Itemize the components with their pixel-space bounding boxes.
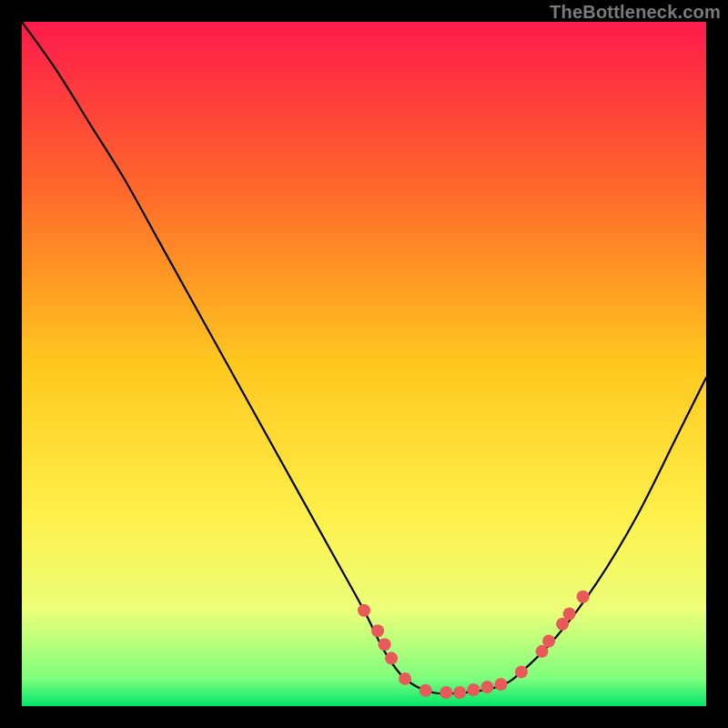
chart-frame (22, 22, 706, 706)
highlight-point (515, 665, 528, 678)
highlight-point (379, 638, 391, 651)
highlight-point (494, 678, 507, 691)
highlight-point (440, 686, 452, 699)
gradient-background (22, 22, 706, 706)
bottleneck-chart (22, 22, 706, 706)
highlight-point (453, 686, 466, 699)
attribution-label: TheBottleneck.com (550, 2, 721, 23)
highlight-point (371, 624, 384, 637)
highlight-point (399, 672, 411, 685)
highlight-point (420, 684, 432, 697)
highlight-point (577, 591, 590, 603)
highlight-point (542, 635, 555, 648)
highlight-point (467, 683, 480, 696)
highlight-point (480, 681, 493, 693)
highlight-point (358, 604, 370, 617)
highlight-point (385, 652, 398, 664)
highlight-point (563, 607, 576, 620)
